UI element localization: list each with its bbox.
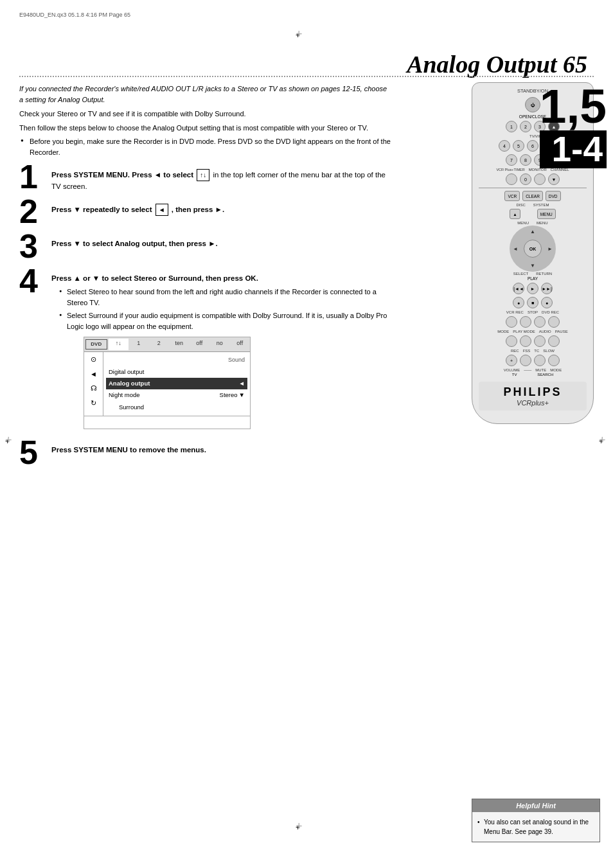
btn-stop[interactable]: ■ xyxy=(527,297,538,308)
step-1-text-part1: Press SYSTEM MENU. Press ◄ to select xyxy=(51,171,193,179)
dotted-divider-top xyxy=(19,76,594,77)
btn-vcr[interactable]: VCR xyxy=(504,191,520,201)
step-5-row: 5 Press SYSTEM MENU to remove the menus. xyxy=(19,441,392,469)
remote-row-0: 0 ▼ xyxy=(479,173,587,186)
btn-menu[interactable]: MENU xyxy=(537,209,556,219)
step-1-row: 1 Press SYSTEM MENU. Press ◄ to select ↑… xyxy=(19,165,392,193)
menu-dvd: DVD xyxy=(85,339,107,350)
hint-body: You also can set analog sound in the Men… xyxy=(472,812,600,842)
step-3-text: Press ▼ to select Analog output, then pr… xyxy=(51,240,218,247)
btn-tc[interactable] xyxy=(534,335,546,347)
intro-italic: If you connected the Recorder's white/re… xyxy=(19,84,392,105)
page-header: E9480UD_EN.qx3 05.1.8 4:16 PM Page 65 xyxy=(19,12,130,18)
remote-container: STANDBY/ON ⏻ OPEN/CLOSE 1 2 3 ▲ TV/VIDEO… xyxy=(472,82,600,424)
menu-analog-value: ◄ xyxy=(239,379,245,388)
btn-extra4[interactable] xyxy=(534,173,546,185)
btn-dvd-rec[interactable]: ● xyxy=(541,297,553,308)
steps-container: 1 Press SYSTEM MENU. Press ◄ to select ↑… xyxy=(19,165,392,469)
menu-analog-label: Analog output xyxy=(109,379,150,388)
btn-1[interactable]: 1 xyxy=(506,121,517,132)
intro-bullet: Before you begin, make sure the Recorder… xyxy=(19,136,392,157)
btn-audio[interactable] xyxy=(534,316,546,328)
main-content: If you connected the Recorder's white/re… xyxy=(19,84,392,475)
step-4-main-text: Press ▲ or ▼ to select Stereo or Surroun… xyxy=(51,274,258,282)
step-2-content: Press ▼ repeatedly to select ◄ , then pr… xyxy=(51,200,392,216)
step-2-text-part2: , then press ►. xyxy=(172,206,224,213)
step-1-content: Press SYSTEM MENU. Press ◄ to select ↑↓ … xyxy=(51,165,392,192)
menu-icon-sound: ◄ xyxy=(90,369,97,380)
step-5-number: 5 xyxy=(19,436,51,469)
btn-dvd[interactable]: DVD xyxy=(546,191,561,201)
step-4-content: Press ▲ or ▼ to select Stereo or Surroun… xyxy=(51,269,392,434)
btn-vcr-rec[interactable]: ● xyxy=(513,297,524,308)
menu-icon-headphone: ☊ xyxy=(91,383,97,394)
menu-left-icons: ⊙ ◄ ☊ ↻ xyxy=(84,352,103,416)
btn-mode2[interactable] xyxy=(534,355,546,366)
btn-extra3[interactable] xyxy=(506,173,517,185)
btn-pause[interactable] xyxy=(548,316,560,328)
btn-2[interactable]: 2 xyxy=(520,121,531,132)
remote-row-rec-stop: ● ■ ● xyxy=(479,296,587,309)
menu-top-bar: DVD ↑↓ 1 2 ten off no off xyxy=(84,337,250,352)
large-step-numbers: 1,5 1-4 xyxy=(540,82,607,168)
nav-ok[interactable]: OK xyxy=(524,240,542,258)
btn-8[interactable]: 8 xyxy=(520,154,531,166)
label-row-disc-system: DISC SYSTEM xyxy=(479,203,587,207)
label-row-volume: VOLUME —— MUTE MODE xyxy=(479,368,587,372)
step-4-bullet-2: Select Surround if your audio equipment … xyxy=(59,310,392,332)
btn-next[interactable]: ►►| xyxy=(541,283,553,294)
btn-volume-up[interactable]: + xyxy=(506,355,517,366)
step-2-number: 2 xyxy=(19,195,51,228)
btn-fss[interactable] xyxy=(520,335,531,347)
step-4-row: 4 Press ▲ or ▼ to select Stereo or Surro… xyxy=(19,269,392,434)
play-label: PLAY xyxy=(479,276,587,281)
step-3-content: Press ▼ to select Analog output, then pr… xyxy=(51,235,392,249)
step-large-15: 1,5 xyxy=(540,82,607,130)
step-3-number: 3 xyxy=(19,229,51,263)
menu-row-digital: Digital output xyxy=(106,366,247,378)
btn-slow[interactable] xyxy=(548,335,560,347)
step-2-icon: ◄ xyxy=(155,204,168,216)
btn-5[interactable]: 5 xyxy=(513,140,524,152)
menu-icon-disc: ⊙ xyxy=(91,354,96,365)
nav-down[interactable]: ▼ xyxy=(530,263,535,269)
crosshair-bottom: + xyxy=(296,823,308,836)
btn-prev[interactable]: |◄◄ xyxy=(513,283,524,294)
btn-mute[interactable] xyxy=(520,355,531,366)
step-4-number: 4 xyxy=(19,264,51,297)
btn-6[interactable]: 6 xyxy=(527,140,538,152)
label-row-menu: MENU MENU xyxy=(479,221,587,225)
remote-row-volume: + xyxy=(479,354,587,367)
nav-right[interactable]: ► xyxy=(547,246,553,252)
tv-search-label: TV SEARCH xyxy=(479,373,587,376)
divider-1 xyxy=(479,188,587,188)
menu-night-label: Night mode xyxy=(109,391,140,400)
btn-play[interactable]: ► xyxy=(527,283,538,294)
menu-row-analog: Analog output ◄ xyxy=(106,378,247,389)
btn-0[interactable]: 0 xyxy=(520,173,531,185)
step-5-content: Press SYSTEM MENU to remove the menus. xyxy=(51,441,392,456)
helpful-hint-box: Helpful Hint You also can set analog sou… xyxy=(472,799,600,842)
file-info: E9480UD_EN.qx3 05.1.8 4:16 PM Page 65 xyxy=(19,12,130,18)
btn-disc-menu[interactable]: ▲ xyxy=(510,209,520,219)
remote-row-rec-fss xyxy=(479,335,587,348)
menu-tab-2: 2 xyxy=(149,339,170,350)
btn-down-arrow[interactable]: ▼ xyxy=(548,173,560,185)
btn-playmode[interactable] xyxy=(520,316,531,328)
btn-rec[interactable] xyxy=(506,335,517,347)
menu-tab-ten: ten xyxy=(169,339,190,350)
btn-mode[interactable] xyxy=(506,316,517,328)
menu-tab-1: 1 xyxy=(129,339,149,350)
menu-stereo-option: Stereo xyxy=(220,391,238,400)
power-button[interactable]: ⏻ xyxy=(525,97,540,112)
btn-clear[interactable]: CLEAR xyxy=(522,191,543,201)
nav-left[interactable]: ◄ xyxy=(513,246,518,252)
remote-row-play: |◄◄ ► ►►| xyxy=(479,282,587,295)
btn-7[interactable]: 7 xyxy=(506,154,517,166)
label-row-rec-stop: VCR REC STOP DVD REC xyxy=(479,310,587,314)
btn-display[interactable] xyxy=(548,355,560,366)
label-row-select-return: SELECT RETURN xyxy=(479,272,587,276)
nav-up[interactable]: ▲ xyxy=(530,229,535,235)
crosshair-top: + xyxy=(296,31,308,44)
btn-4[interactable]: 4 xyxy=(499,140,510,152)
